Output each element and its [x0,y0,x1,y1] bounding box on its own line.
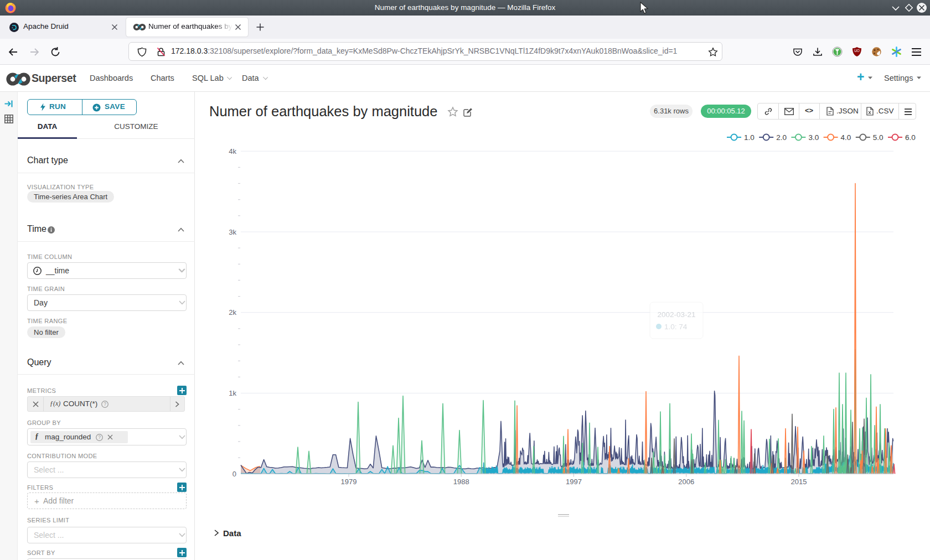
svg-text:3k: 3k [229,228,236,236]
svg-text:5.0: 5.0 [873,133,884,142]
svg-text:2k: 2k [229,308,236,317]
svg-text:1.0: 74: 1.0: 74 [664,323,688,331]
svg-text:6.0: 6.0 [905,133,916,142]
svg-text:4.0: 4.0 [841,133,851,142]
svg-text:1997: 1997 [566,478,582,486]
svg-text:1988: 1988 [453,478,469,486]
svg-text:4k: 4k [229,147,236,155]
svg-text:1.0: 1.0 [744,133,755,142]
svg-text:2.0: 2.0 [776,133,787,142]
svg-text:0: 0 [232,470,236,478]
svg-text:UO: UO [854,49,860,53]
svg-text:1k: 1k [229,389,236,397]
svg-text:2002-03-21: 2002-03-21 [657,310,695,319]
svg-text:?: ? [104,401,106,407]
svg-text:?: ? [98,434,101,440]
svg-text:1979: 1979 [341,478,357,486]
svg-text:2015: 2015 [790,478,807,486]
svg-text:3.0: 3.0 [808,133,819,142]
svg-text:2006: 2006 [678,478,694,486]
